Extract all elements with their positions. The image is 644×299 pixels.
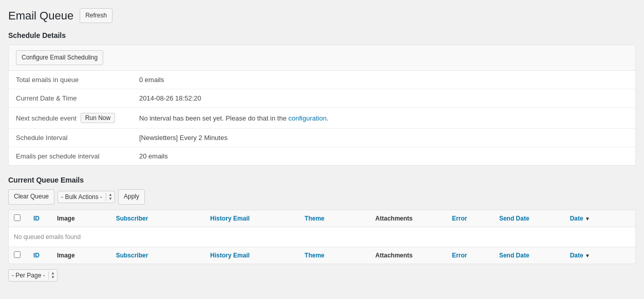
sort-arrow-icon-bottom: ▼ [585, 253, 590, 258]
row-value: 20 emails [132, 147, 635, 166]
row-label: Total emails in queue [9, 71, 132, 89]
table-header-row-bottom: ID Image Subscriber History Email Theme … [9, 247, 636, 264]
header-id: ID [28, 210, 52, 227]
sort-senddate-link[interactable]: Send Date [499, 215, 529, 222]
sort-history-link-bottom[interactable]: History Email [210, 252, 250, 259]
refresh-button[interactable]: Refresh [80, 8, 112, 23]
sort-theme-link-bottom[interactable]: Theme [305, 252, 325, 259]
table-row: Emails per schedule interval 20 emails [9, 147, 635, 166]
table-row: Next schedule event Run Now No interval … [9, 108, 635, 129]
schedule-card-header: Configure Email Scheduling [9, 45, 635, 71]
header-checkbox-col-bottom [9, 247, 28, 264]
sort-theme-link[interactable]: Theme [305, 215, 325, 222]
header-theme-bottom: Theme [299, 247, 370, 264]
table-row: Total emails in queue 0 emails [9, 71, 635, 89]
header-attachments-bottom: Attachments [370, 247, 447, 264]
row-label: Schedule Interval [9, 129, 132, 147]
row-value: 2014-08-26 18:52:20 [132, 89, 635, 108]
header-error-bottom: Error [447, 247, 494, 264]
queue-table-bottom: ID Image Subscriber History Email Theme … [8, 247, 636, 264]
row-label: Next schedule event Run Now [9, 108, 132, 129]
row-label: Current Date & Time [9, 89, 132, 108]
page-title-area: Email Queue Refresh [8, 8, 636, 23]
current-queue-section: Current Queue Emails Clear Queue - Bulk … [8, 176, 636, 281]
header-theme: Theme [299, 210, 370, 227]
header-history-email-bottom: History Email [205, 247, 299, 264]
header-id-bottom: ID [28, 247, 52, 264]
schedule-details-section: Schedule Details Configure Email Schedul… [8, 31, 636, 166]
sort-date-link[interactable]: Date ▼ [570, 215, 590, 222]
table-row: Current Date & Time 2014-08-26 18:52:20 [9, 89, 635, 108]
arrow-down-icon: ▼ [108, 197, 112, 201]
next-schedule-message: No interval has been set yet. Please do … [139, 114, 329, 122]
sort-date-link-bottom[interactable]: Date ▼ [570, 252, 590, 259]
header-attachments: Attachments [370, 210, 447, 227]
current-queue-title: Current Queue Emails [8, 176, 636, 184]
empty-queue-message: No queued emails found [9, 227, 636, 247]
header-history-email: History Email [205, 210, 299, 227]
configure-email-scheduling-button[interactable]: Configure Email Scheduling [16, 50, 103, 65]
select-all-checkbox-top[interactable] [14, 214, 21, 221]
per-page-select-wrapper[interactable]: - Per Page - ▲ ▼ [8, 269, 58, 282]
header-date-bottom: Date ▼ [565, 247, 636, 264]
sort-senddate-link-bottom[interactable]: Send Date [499, 252, 529, 259]
header-date: Date ▼ [565, 210, 636, 227]
header-subscriber-bottom: Subscriber [111, 247, 205, 264]
schedule-details-table: Total emails in queue 0 emails Current D… [9, 71, 635, 165]
sort-error-link[interactable]: Error [452, 215, 467, 222]
bulk-actions-select[interactable]: - Bulk Actions - [58, 191, 106, 203]
row-label: Emails per schedule interval [9, 147, 132, 166]
run-now-button[interactable]: Run Now [81, 113, 115, 123]
header-send-date: Send Date [494, 210, 565, 227]
bottom-toolbar: - Per Page - ▲ ▼ [8, 269, 636, 282]
sort-arrow-icon: ▼ [585, 216, 590, 222]
per-page-arrow-down-icon: ▼ [51, 275, 55, 280]
queue-table-top: ID Image Subscriber History Email Theme … [8, 210, 636, 247]
sort-subscriber-link-bottom[interactable]: Subscriber [116, 252, 148, 259]
row-value: 0 emails [132, 71, 635, 89]
sort-subscriber-link[interactable]: Subscriber [116, 215, 148, 222]
configuration-link[interactable]: configuration [289, 114, 327, 122]
table-header-row: ID Image Subscriber History Email Theme … [9, 210, 636, 227]
select-all-checkbox-bottom[interactable] [14, 251, 21, 258]
header-error: Error [447, 210, 494, 227]
queue-toolbar: Clear Queue - Bulk Actions - ▲ ▼ Apply [8, 189, 636, 204]
header-send-date-bottom: Send Date [494, 247, 565, 264]
clear-queue-button[interactable]: Clear Queue [8, 189, 54, 204]
schedule-details-title: Schedule Details [8, 31, 636, 39]
schedule-details-card: Configure Email Scheduling Total emails … [8, 45, 636, 166]
sort-id-link-bottom[interactable]: ID [33, 252, 40, 259]
sort-id-link[interactable]: ID [33, 215, 40, 222]
header-image: Image [52, 210, 111, 227]
header-image-bottom: Image [52, 247, 111, 264]
page-title: Email Queue [8, 9, 73, 23]
empty-queue-row: No queued emails found [9, 227, 636, 247]
apply-button[interactable]: Apply [118, 189, 145, 204]
row-value: [Newsletters] Every 2 Minutes [132, 129, 635, 147]
header-checkbox-col [9, 210, 28, 227]
sort-error-link-bottom[interactable]: Error [452, 252, 467, 259]
row-value: No interval has been set yet. Please do … [132, 108, 635, 129]
sort-history-link[interactable]: History Email [210, 215, 250, 222]
per-page-select[interactable]: - Per Page - [9, 270, 48, 281]
bulk-actions-select-wrapper[interactable]: - Bulk Actions - ▲ ▼ [58, 191, 115, 203]
header-subscriber: Subscriber [111, 210, 205, 227]
table-row: Schedule Interval [Newsletters] Every 2 … [9, 129, 635, 147]
